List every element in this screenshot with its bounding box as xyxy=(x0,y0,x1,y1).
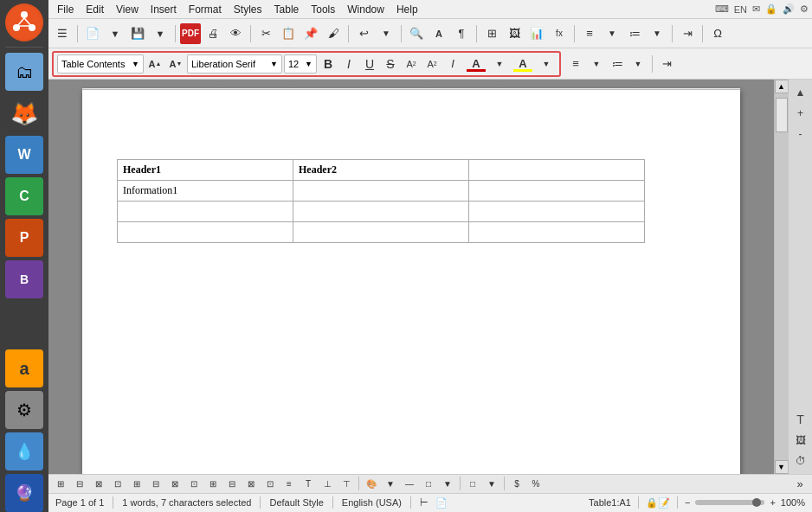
highlight-btn[interactable]: A xyxy=(511,54,535,74)
tb-table5[interactable]: ⊞ xyxy=(128,475,145,492)
insert-chart-btn[interactable]: 📊 xyxy=(526,23,547,44)
rs-image-btn[interactable]: 🖼 xyxy=(791,431,810,450)
insert-img-btn[interactable]: 🖼 xyxy=(504,23,525,44)
scroll-thumb[interactable] xyxy=(776,98,788,132)
list2-dropdown[interactable]: ▼ xyxy=(647,23,667,44)
unordered-list-dropdown[interactable]: ▼ xyxy=(587,54,606,74)
menu-edit[interactable]: Edit xyxy=(81,2,109,17)
styles-list-btn[interactable]: ☰ xyxy=(52,23,73,44)
save-btn[interactable]: 💾 xyxy=(127,23,148,44)
rs-text-btn[interactable]: T xyxy=(791,410,810,429)
list-dropdown[interactable]: ▼ xyxy=(602,23,622,44)
tb-border-color[interactable]: 🎨 xyxy=(363,475,380,492)
superscript-btn[interactable]: A2 xyxy=(402,54,421,74)
sidebar-icon-ubuntu[interactable] xyxy=(5,3,43,42)
rs-zoom-out-btn[interactable]: - xyxy=(791,125,810,144)
table-cell-1-1[interactable]: Information1 xyxy=(118,181,293,202)
network-icon[interactable]: 🔒 xyxy=(765,3,777,15)
ordered-list-btn[interactable]: ≔ xyxy=(608,54,627,74)
pdf-btn[interactable]: PDF xyxy=(180,23,201,44)
find-btn[interactable]: 🔍 xyxy=(406,23,427,44)
tb-border-color-arrow[interactable]: ▼ xyxy=(382,475,399,492)
tb-table13[interactable]: ≡ xyxy=(280,475,298,492)
sidebar-icon-settings[interactable]: ⚙ xyxy=(5,391,43,429)
cut-btn[interactable]: ✂ xyxy=(255,23,276,44)
ordered-list-dropdown[interactable]: ▼ xyxy=(628,54,648,74)
print-prev-btn[interactable]: 👁 xyxy=(225,23,246,44)
list-btn[interactable]: ≡ xyxy=(579,23,600,44)
font-size-up-btn[interactable]: A▲ xyxy=(145,54,164,74)
sidebar-icon-bottom2[interactable]: 🔮 xyxy=(5,474,43,512)
undo-dropdown[interactable]: ▼ xyxy=(376,23,396,44)
system-icon[interactable]: ⚙ xyxy=(800,3,809,15)
rs-scroll-top-btn[interactable]: ▲ xyxy=(791,83,810,102)
font-color-btn[interactable]: A xyxy=(464,54,488,74)
tb-text-align[interactable]: T xyxy=(300,475,317,492)
zoom-plus-btn[interactable]: + xyxy=(770,497,775,508)
menu-tools[interactable]: Tools xyxy=(306,2,340,17)
lang-icon[interactable]: EN xyxy=(734,4,747,15)
menu-format[interactable]: Format xyxy=(184,2,227,17)
table-cell-2-2[interactable] xyxy=(293,202,469,222)
menu-styles[interactable]: Styles xyxy=(229,2,267,17)
tb-table1[interactable]: ⊞ xyxy=(52,475,69,492)
copy-btn[interactable]: 📋 xyxy=(278,23,299,44)
sidebar-icon-writer[interactable]: W xyxy=(5,136,43,174)
table-cell-header2[interactable]: Header2 xyxy=(293,160,469,181)
sidebar-icon-base[interactable]: B xyxy=(5,260,43,298)
sidebar-icon-firefox[interactable]: 🦊 xyxy=(5,94,43,132)
italic2-btn[interactable]: I xyxy=(443,54,462,74)
tb-table11[interactable]: ⊠ xyxy=(242,475,260,492)
font-name-dropdown[interactable]: Liberation Serif ▼ xyxy=(187,54,282,74)
new-btn[interactable]: 📄 xyxy=(82,23,103,44)
mail-icon[interactable]: ✉ xyxy=(752,3,760,15)
table-cell-1-2[interactable] xyxy=(293,181,469,202)
tb-text-align3[interactable]: ⊤ xyxy=(338,475,355,492)
tb-more[interactable]: » xyxy=(791,475,809,492)
scroll-track[interactable] xyxy=(775,93,789,460)
menu-view[interactable]: View xyxy=(111,2,144,17)
pilcrow-btn[interactable]: ¶ xyxy=(451,23,472,44)
special-char-btn[interactable]: Ω xyxy=(707,23,728,44)
tb-bg-color[interactable]: □ xyxy=(464,475,481,492)
sidebar-icon-calc[interactable]: C xyxy=(5,177,43,215)
table-cell-2-1[interactable] xyxy=(118,202,293,222)
tb-table8[interactable]: ⊡ xyxy=(185,475,203,492)
italic-btn[interactable]: I xyxy=(339,54,358,74)
tb-border-arrow[interactable]: ▼ xyxy=(439,475,456,492)
sidebar-icon-amazon[interactable]: a xyxy=(5,349,43,387)
save-dropdown[interactable]: ▼ xyxy=(150,23,171,44)
paragraph-align-btn[interactable]: ⇥ xyxy=(657,54,676,74)
print-btn[interactable]: 🖨 xyxy=(203,23,223,44)
menu-insert[interactable]: Insert xyxy=(145,2,182,17)
tb-bg-arrow[interactable]: ▼ xyxy=(483,475,500,492)
rs-zoom-in-btn[interactable]: + xyxy=(791,104,810,123)
document-table[interactable]: Header1 Header2 Information1 xyxy=(117,159,645,243)
open-btn[interactable]: ▼ xyxy=(105,23,126,44)
document-area[interactable]: | 1 2 3 4 5 6 7 8 9 Header1 Header2 xyxy=(48,80,774,474)
table-cell-3-3[interactable] xyxy=(469,222,645,243)
zoom-slider[interactable] xyxy=(695,500,764,505)
volume-icon[interactable]: 🔊 xyxy=(783,3,795,15)
scroll-up-btn[interactable]: ▲ xyxy=(775,80,789,93)
document-page[interactable]: Header1 Header2 Information1 xyxy=(82,90,740,474)
menu-window[interactable]: Window xyxy=(342,2,390,17)
tb-table4[interactable]: ⊡ xyxy=(109,475,126,492)
spell-btn[interactable]: A xyxy=(429,23,449,44)
sidebar-icon-impress[interactable]: P xyxy=(5,219,43,257)
vertical-scrollbar[interactable]: ▲ ▼ xyxy=(774,80,788,474)
bold-btn[interactable]: B xyxy=(319,54,338,74)
font-size-dropdown[interactable]: 12 ▼ xyxy=(284,54,317,74)
keyboard-icon[interactable]: ⌨ xyxy=(715,3,729,15)
tb-currency[interactable]: $ xyxy=(508,475,525,492)
sidebar-icon-bottom1[interactable]: 💧 xyxy=(5,432,43,470)
subscript-btn[interactable]: A2 xyxy=(422,54,441,74)
tb-table7[interactable]: ⊠ xyxy=(166,475,184,492)
table-cell-3-1[interactable] xyxy=(118,222,293,243)
scroll-down-btn[interactable]: ▼ xyxy=(775,460,789,474)
font-color-dropdown[interactable]: ▼ xyxy=(490,54,509,74)
unordered-list-btn[interactable]: ≡ xyxy=(566,54,585,74)
tb-line-style[interactable]: — xyxy=(401,475,418,492)
tb-text-align2[interactable]: ⊥ xyxy=(319,475,336,492)
tb-percent[interactable]: % xyxy=(527,475,545,492)
